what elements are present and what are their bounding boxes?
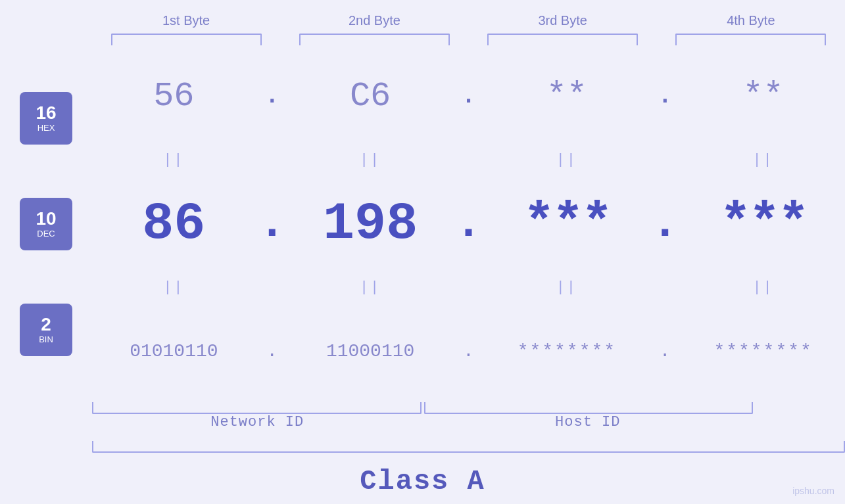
pipe-2-1: || <box>92 279 256 296</box>
bin-row: 01010110 . 11000110 . ******** . <box>92 301 845 402</box>
bin-b2-value: 11000110 <box>326 341 414 361</box>
hex-badge: 16 HEX <box>20 92 72 145</box>
byte2-label: 2nd Byte <box>349 13 400 28</box>
dec-dot-2: . <box>452 198 485 250</box>
dec-row: 86 . 198 . *** . *** <box>92 173 845 274</box>
hex-dot-2: . <box>452 83 485 110</box>
sep-row-1: || || || || <box>92 147 845 173</box>
bin-dot-2: . <box>452 341 485 361</box>
byte-col-1: 1st Byte <box>92 13 280 45</box>
bottom-section: Network ID Host ID <box>0 402 845 434</box>
hex-b1-value: 56 <box>153 77 194 116</box>
pipe-1-1: || <box>92 152 256 168</box>
pipe-1-4: || <box>681 152 845 168</box>
hex-badge-label: HEX <box>37 123 55 133</box>
bin-b1-cell: 01010110 <box>92 341 256 361</box>
hex-b3-value: ** <box>546 77 587 116</box>
bracket-top-3 <box>487 34 638 45</box>
byte-col-4: 4th Byte <box>657 13 845 45</box>
byte-col-2: 2nd Byte <box>280 13 468 45</box>
bracket-top-2 <box>299 34 450 45</box>
byte3-label: 3rd Byte <box>538 13 587 28</box>
main-container: 1st Byte 2nd Byte 3rd Byte 4th Byte 16 H… <box>0 0 845 504</box>
hex-badge-num: 16 <box>36 103 56 124</box>
hex-dot-1: . <box>256 83 289 110</box>
dec-b4-cell: *** <box>681 194 845 254</box>
host-id-label: Host ID <box>423 414 754 430</box>
bin-b4-value: ******** <box>713 341 812 361</box>
watermark: ipshu.com <box>792 486 834 496</box>
bin-dot-1: . <box>256 341 289 361</box>
bin-b3-value: ******** <box>518 341 616 361</box>
bin-badge-num: 2 <box>41 315 51 335</box>
hex-b4-value: ** <box>742 77 783 116</box>
hex-b1-cell: 56 <box>92 77 256 116</box>
dec-dot-1: . <box>256 198 289 250</box>
byte-headers: 1st Byte 2nd Byte 3rd Byte 4th Byte <box>0 13 845 45</box>
dec-dot-3: . <box>648 198 681 250</box>
dec-b1-cell: 86 <box>92 194 256 254</box>
hex-b2-cell: C6 <box>289 77 452 116</box>
hex-row: 56 . C6 . ** . ** <box>92 45 845 147</box>
bracket-top-4 <box>675 34 826 45</box>
hex-dot-3: . <box>648 83 681 110</box>
pipe-2-4: || <box>681 279 845 296</box>
bin-badge-label: BIN <box>39 334 53 344</box>
network-id-label: Network ID <box>92 414 423 430</box>
bin-b1-value: 01010110 <box>130 341 218 361</box>
dec-b2-value: 198 <box>323 194 418 254</box>
bracket-network <box>92 402 422 414</box>
bin-badge: 2 BIN <box>20 304 72 356</box>
dec-badge: 10 DEC <box>20 198 72 250</box>
hex-b2-value: C6 <box>350 77 391 116</box>
badges-column: 16 HEX 10 DEC 2 BIN <box>0 45 92 402</box>
dec-badge-label: DEC <box>37 229 55 239</box>
bracket-top-1 <box>111 34 262 45</box>
dec-b3-value: *** <box>523 194 610 254</box>
bin-b2-cell: 11000110 <box>289 341 452 361</box>
main-grid: 16 HEX 10 DEC 2 BIN 56 . <box>0 45 845 402</box>
data-grid: 56 . C6 . ** . ** <box>92 45 845 402</box>
bracket-host <box>424 402 754 414</box>
bin-b3-cell: ******** <box>485 341 649 361</box>
bin-dot-3: . <box>648 341 681 361</box>
byte4-label: 4th Byte <box>727 13 775 28</box>
pipe-2-2: || <box>289 279 452 296</box>
network-host-labels: Network ID Host ID <box>92 414 753 430</box>
byte1-label: 1st Byte <box>162 13 210 28</box>
pipe-2-3: || <box>485 279 649 296</box>
dec-b2-cell: 198 <box>289 194 452 254</box>
sep-row-2: || || || || <box>92 275 845 301</box>
dec-b4-value: *** <box>720 194 807 254</box>
hex-b4-cell: ** <box>681 77 845 116</box>
class-label: Class A <box>360 466 485 497</box>
dec-b1-value: 86 <box>142 194 205 254</box>
dec-badge-num: 10 <box>36 209 56 229</box>
class-row: Class A <box>0 453 845 504</box>
byte-col-3: 3rd Byte <box>469 13 657 45</box>
dec-b3-cell: *** <box>485 194 649 254</box>
bracket-full <box>92 441 845 453</box>
bracket-bottom <box>92 402 753 414</box>
bin-b4-cell: ******** <box>681 341 845 361</box>
pipe-1-3: || <box>485 152 649 168</box>
pipe-1-2: || <box>289 152 452 168</box>
hex-b3-cell: ** <box>485 77 649 116</box>
